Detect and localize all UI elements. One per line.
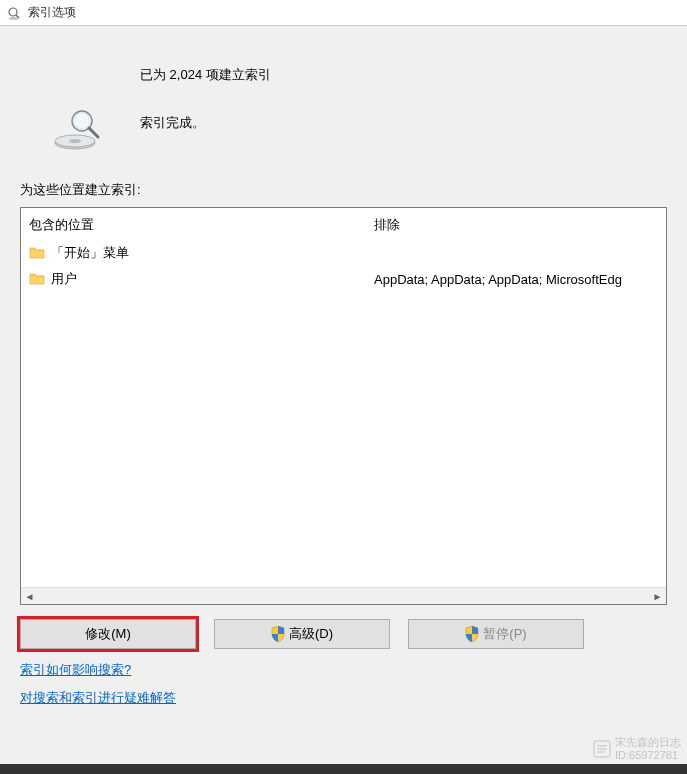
locations-listbox[interactable]: 包含的位置 排除 「开始」菜单 [20, 207, 667, 605]
troubleshoot-link[interactable]: 对搜索和索引进行疑难解答 [20, 689, 176, 707]
folder-icon [29, 245, 45, 261]
button-label: 修改(M) [85, 625, 131, 643]
drive-search-icon [50, 91, 110, 151]
status-text: 已为 2,024 项建立索引 索引完成。 [140, 56, 271, 132]
row-name: 用户 [51, 270, 374, 288]
bottom-bar [0, 764, 687, 774]
window-title: 索引选项 [28, 4, 76, 21]
scroll-right-icon[interactable]: ► [649, 588, 666, 604]
shield-icon [271, 626, 285, 642]
watermark-line2: ID:65972781 [615, 749, 681, 762]
advanced-button[interactable]: 高级(D) [214, 619, 390, 649]
index-complete: 索引完成。 [140, 114, 271, 132]
status-area: 已为 2,024 项建立索引 索引完成。 [0, 26, 687, 181]
header-excluded: 排除 [374, 216, 658, 234]
list-item[interactable]: 「开始」菜单 [29, 240, 658, 266]
svg-point-5 [69, 139, 81, 143]
modify-button[interactable]: 修改(M) [20, 619, 196, 649]
watermark-icon [593, 740, 611, 758]
list-rows: 「开始」菜单 用户 AppData; AppData; AppData; Mic… [21, 240, 666, 292]
row-name: 「开始」菜单 [51, 244, 374, 262]
scroll-left-icon[interactable]: ◄ [21, 588, 38, 604]
content-area: 已为 2,024 项建立索引 索引完成。 为这些位置建立索引: 包含的位置 排除… [0, 26, 687, 711]
pause-button: 暂停(P) [408, 619, 584, 649]
watermark: 宋先森的日志 ID:65972781 [593, 736, 681, 762]
shield-icon [465, 626, 479, 642]
svg-line-8 [89, 128, 98, 137]
list-item[interactable]: 用户 AppData; AppData; AppData; MicrosoftE… [29, 266, 658, 292]
svg-point-7 [75, 114, 90, 129]
links-area: 索引如何影响搜索? 对搜索和索引进行疑难解答 [0, 657, 687, 711]
indexed-count: 已为 2,024 项建立索引 [140, 66, 271, 84]
horizontal-scrollbar[interactable]: ◄ ► [21, 587, 666, 604]
folder-icon [29, 271, 45, 287]
row-excluded: AppData; AppData; AppData; MicrosoftEdg [374, 272, 658, 287]
svg-point-2 [9, 17, 19, 20]
titlebar: 索引选项 [0, 0, 687, 26]
list-headers: 包含的位置 排除 [21, 208, 666, 240]
watermark-line1: 宋先森的日志 [615, 736, 681, 749]
button-label: 高级(D) [289, 625, 333, 643]
locations-label: 为这些位置建立索引: [0, 181, 687, 207]
scroll-track[interactable] [38, 588, 649, 604]
header-included: 包含的位置 [29, 216, 374, 234]
svg-point-0 [9, 8, 17, 16]
button-label: 暂停(P) [483, 625, 526, 643]
how-affects-search-link[interactable]: 索引如何影响搜索? [20, 661, 131, 679]
index-options-icon [6, 5, 22, 21]
button-row: 修改(M) 高级(D) 暂停(P) [0, 605, 687, 657]
